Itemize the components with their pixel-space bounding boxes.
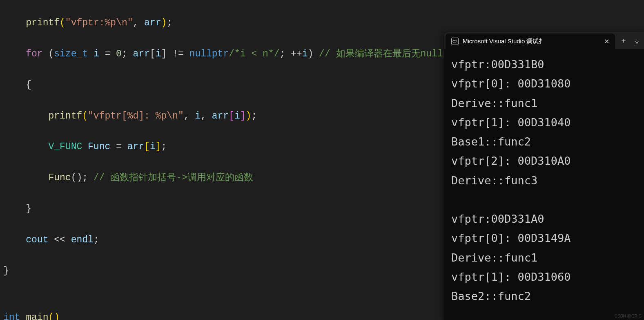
console-tab-title: Microsoft Visual Studio 调试扌 xyxy=(463,38,600,45)
console-tab-bar: C:\ Microsoft Visual Studio 调试扌 ✕ ＋ ⌄ xyxy=(444,32,644,49)
watermark: CSDN @GR C xyxy=(615,314,642,318)
terminal-icon: C:\ xyxy=(451,38,459,45)
console-tab-active[interactable]: C:\ Microsoft Visual Studio 调试扌 ✕ xyxy=(446,34,615,49)
new-tab-button[interactable]: ＋ xyxy=(620,36,627,45)
close-icon[interactable]: ✕ xyxy=(604,38,609,45)
debug-console-window: C:\ Microsoft Visual Studio 调试扌 ✕ ＋ ⌄ vf… xyxy=(444,32,644,320)
console-output[interactable]: vfptr:00D331B0 vfptr[0]: 00D31080 Derive… xyxy=(444,49,644,311)
chevron-down-icon[interactable]: ⌄ xyxy=(635,36,639,45)
code-line: printf("vfptr:%p\n", arr); xyxy=(3,16,644,31)
